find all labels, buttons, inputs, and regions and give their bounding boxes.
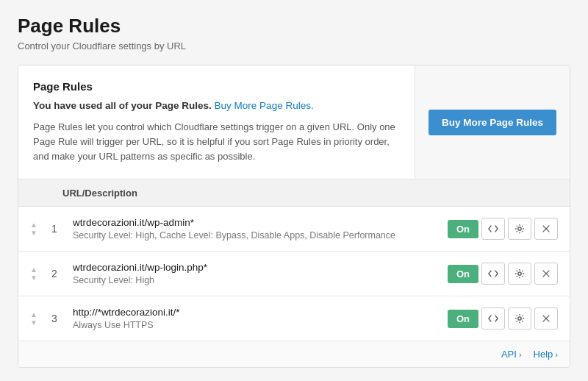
main-card: Page Rules You have used all of your Pag… <box>18 65 570 368</box>
buy-more-button[interactable]: Buy More Page Rules <box>429 110 556 135</box>
rules-list: ▲ ▼ 1 wtrdecorazioni.it/wp-admin* Securi… <box>18 207 570 341</box>
table-row: ▲ ▼ 2 wtrdecorazioni.it/wp-login.php* Se… <box>18 252 570 296</box>
delete-button-2[interactable] <box>534 263 558 285</box>
rule-desc-3: Always Use HTTPS <box>73 320 448 330</box>
settings-button-1[interactable] <box>508 218 531 240</box>
delete-button-1[interactable] <box>534 218 558 240</box>
rule-info-1: wtrdecorazioni.it/wp-admin* Security Lev… <box>73 217 448 241</box>
rule-info-2: wtrdecorazioni.it/wp-login.php* Security… <box>73 262 448 285</box>
rule-url-3: http://*wtrdecorazioni.it/* <box>73 307 448 318</box>
table-header: URL/Description <box>18 179 570 207</box>
sort-handle-2[interactable]: ▲ ▼ <box>30 266 37 282</box>
svg-point-0 <box>518 227 521 230</box>
edit-code-button-1[interactable] <box>481 218 505 240</box>
table-row: ▲ ▼ 3 http://*wtrdecorazioni.it/* Always… <box>18 296 570 341</box>
toggle-on-button-3[interactable]: On <box>448 310 478 328</box>
rule-number-3: 3 <box>46 313 62 324</box>
api-chevron-icon: › <box>519 350 522 359</box>
footer-bar: API › Help › <box>18 341 570 367</box>
svg-point-3 <box>518 272 521 275</box>
rule-actions-1: On <box>448 218 558 240</box>
rule-url-2: wtrdecorazioni.it/wp-login.php* <box>73 262 448 273</box>
column-header-url: URL/Description <box>33 188 137 199</box>
description-text: Page Rules let you control which Cloudfl… <box>33 120 400 164</box>
sort-handle-3[interactable]: ▲ ▼ <box>30 311 37 327</box>
edit-code-button-2[interactable] <box>481 263 505 285</box>
rule-desc-1: Security Level: High, Cache Level: Bypas… <box>73 230 448 241</box>
toggle-on-button-1[interactable]: On <box>448 220 478 238</box>
info-heading: Page Rules <box>33 80 400 93</box>
sort-handle-1[interactable]: ▲ ▼ <box>30 221 37 237</box>
toggle-on-button-2[interactable]: On <box>448 265 478 283</box>
help-chevron-icon: › <box>555 350 558 359</box>
page-title: Page Rules <box>18 15 570 38</box>
rule-number-1: 1 <box>46 223 62 235</box>
buy-more-inline-link[interactable]: Buy More Page Rules. <box>215 100 314 111</box>
rule-actions-2: On <box>448 263 558 285</box>
page-subtitle: Control your Cloudflare settings by URL <box>18 40 570 51</box>
edit-code-button-3[interactable] <box>481 307 505 330</box>
rule-actions-3: On <box>448 307 558 330</box>
api-link[interactable]: API › <box>501 349 522 360</box>
rule-info-3: http://*wtrdecorazioni.it/* Always Use H… <box>73 307 448 330</box>
used-all-text: You have used all of your Page Rules. Bu… <box>33 100 400 111</box>
buy-section-panel: Buy More Page Rules <box>415 65 570 179</box>
rule-url-1: wtrdecorazioni.it/wp-admin* <box>73 217 448 228</box>
info-text-panel: Page Rules You have used all of your Pag… <box>18 65 415 179</box>
svg-point-6 <box>518 317 521 320</box>
page-wrapper: Page Rules Control your Cloudflare setti… <box>0 0 588 381</box>
help-link[interactable]: Help › <box>534 349 558 360</box>
rule-desc-2: Security Level: High <box>73 275 448 285</box>
table-row: ▲ ▼ 1 wtrdecorazioni.it/wp-admin* Securi… <box>18 207 570 252</box>
delete-button-3[interactable] <box>534 307 558 330</box>
settings-button-2[interactable] <box>508 263 531 285</box>
settings-button-3[interactable] <box>508 307 531 330</box>
rule-number-2: 2 <box>46 268 62 279</box>
info-section: Page Rules You have used all of your Pag… <box>18 65 570 179</box>
